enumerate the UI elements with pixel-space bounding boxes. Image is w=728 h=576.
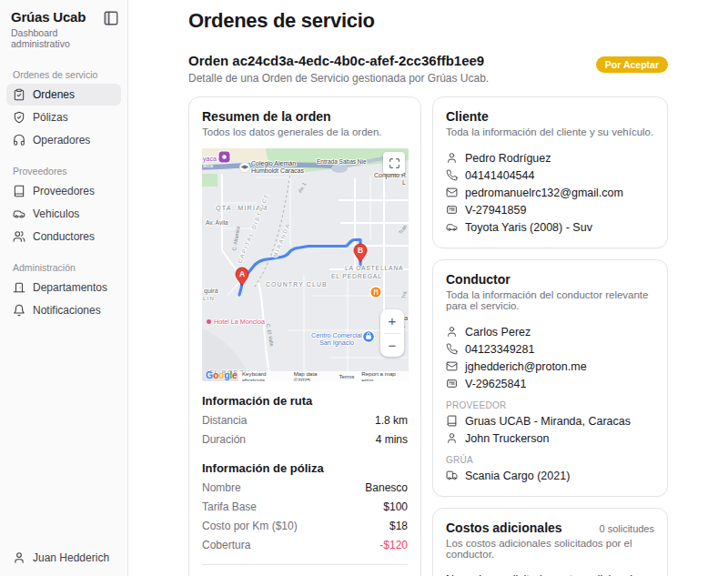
phone-icon	[446, 169, 458, 181]
sidebar-user[interactable]: Juan Hedderich	[0, 540, 127, 576]
order-header: Orden ac24cd3a-4edc-4b0c-afef-2cc36ffb1e…	[188, 53, 668, 85]
crane-vehicle: Scania Cargo (2021)	[465, 470, 570, 482]
sidebar-item-ordenes[interactable]: Ordenes	[6, 84, 121, 106]
map-label: Entrada Sabas Nie	[317, 158, 367, 165]
info-label: Nombre	[202, 481, 241, 494]
driver-id: V-29625841	[465, 378, 526, 390]
sidebar: Grúas Ucab Dashboard administrativo Orde…	[0, 0, 128, 576]
zoom-out-button[interactable]: −	[380, 334, 404, 358]
provider-contact-row: John Truckerson	[446, 429, 654, 447]
sidebar-item-polizas[interactable]: Pólizas	[6, 106, 121, 128]
provider-name: Gruas UCAB - Miranda, Caracas	[465, 415, 631, 428]
restaurant-marker-icon[interactable]	[370, 287, 381, 298]
policy-info-title: Información de póliza	[202, 461, 408, 475]
crane-row: Scania Cargo (2021)	[446, 467, 654, 484]
client-card-subtitle: Toda la información del cliente y su veh…	[446, 126, 654, 137]
map-zoom-control: + −	[380, 309, 404, 357]
attraction-marker-icon[interactable]	[218, 151, 230, 163]
info-value-negative: -$120	[379, 539, 408, 551]
map-label: Av. Ávila	[206, 219, 228, 226]
costs-card-title: Costos adicionales	[446, 520, 562, 535]
map-label: yaca	[203, 156, 217, 163]
zoom-in-button[interactable]: +	[380, 309, 404, 333]
user-icon	[446, 432, 458, 444]
sidebar-item-notificaciones[interactable]: Notificaciones	[6, 299, 121, 321]
sidebar-user-name: Juan Hedderich	[33, 551, 109, 564]
costs-card-subtitle: Los costos adicionales solicitados por e…	[446, 538, 654, 560]
sidebar-item-label: Operadores	[33, 134, 90, 147]
map-label: L	[366, 179, 406, 187]
sidebar-header: Grúas Ucab Dashboard administrativo	[0, 0, 127, 55]
door-icon	[13, 281, 25, 294]
map-label: San Ignacio	[308, 339, 365, 347]
sidebar-item-operadores[interactable]: Operadores	[6, 129, 121, 151]
map-label: COUNTRY CLUB	[266, 281, 328, 288]
sidebar-toggle-icon[interactable]	[103, 10, 119, 26]
driver-card: Conductor Toda la información del conduc…	[432, 259, 668, 497]
sidebar-group-label: Ordenes de servicio	[0, 62, 127, 83]
order-subtitle: Detalle de una Orden de Servicio gestion…	[188, 72, 489, 85]
fullscreen-button[interactable]	[383, 152, 405, 174]
sidebar-item-label: Notificaciones	[33, 304, 101, 317]
fullscreen-icon	[389, 157, 400, 169]
info-label: Tarifa Base	[202, 500, 257, 513]
status-badge: Por Aceptar	[596, 56, 668, 73]
client-id: V-27941859	[465, 204, 526, 217]
car-icon	[13, 207, 25, 220]
map-label: LIN	[203, 296, 215, 302]
sidebar-nav: Ordenes de servicio Ordenes Pólizas Oper…	[0, 55, 127, 322]
driver-card-title: Conductor	[446, 272, 654, 287]
client-card: Cliente Toda la información del cliente …	[432, 96, 668, 248]
driver-name: Carlos Perez	[465, 326, 531, 339]
mail-icon	[446, 360, 458, 372]
report-map-error-link[interactable]: Report a map error	[361, 370, 405, 382]
google-logo[interactable]: Google	[206, 369, 237, 380]
info-value: $18	[389, 520, 408, 532]
sidebar-item-label: Pólizas	[33, 111, 68, 124]
provider-contact: John Truckerson	[465, 432, 549, 445]
user-icon	[446, 152, 458, 164]
sidebar-item-label: Proveedores	[33, 185, 95, 197]
summary-card-title: Resumen de la orden	[202, 109, 408, 124]
info-value: Banesco	[365, 481, 408, 494]
page-title: Ordenes de servicio	[188, 9, 668, 33]
map-label: aica	[203, 163, 213, 169]
map-label: LA CASTELLANA	[345, 265, 403, 272]
route-map[interactable]: A B yaca aica Colegio Alemán H	[202, 148, 409, 381]
sidebar-item-vehiculos[interactable]: Vehiculos	[6, 203, 121, 225]
sidebar-item-label: Departamentos	[33, 281, 107, 294]
info-row: Distancia 1.8 km	[202, 410, 408, 429]
driver-id-row: V-29625841	[446, 375, 654, 392]
sidebar-item-conductores[interactable]: Conductores	[6, 226, 121, 248]
users-icon	[13, 230, 25, 243]
phone-icon	[446, 343, 458, 355]
sidebar-group-label: Administración	[0, 255, 127, 276]
map-label: quirá	[204, 288, 218, 295]
info-row: Nombre Banesco	[202, 478, 408, 497]
client-vehicle-row: Toyota Yaris (2008) - Suv	[446, 218, 654, 236]
info-label: Costo por Km ($10)	[202, 520, 298, 532]
client-card-title: Cliente	[446, 109, 654, 124]
mail-icon	[446, 187, 458, 198]
info-label: Cobertura	[202, 539, 250, 551]
costs-count: 0 solicitudes	[599, 523, 654, 534]
info-value: $100	[383, 500, 408, 513]
map-data-label: Map data ©2025	[294, 370, 332, 382]
keyboard-shortcuts-link[interactable]: Keyboard shortcuts	[242, 370, 287, 382]
info-label: Duración	[202, 433, 246, 446]
id-card-icon	[446, 204, 458, 216]
info-row: Costo por Km ($10) $18	[202, 516, 408, 535]
route-info-title: Información de ruta	[202, 394, 408, 408]
school-icon	[240, 163, 250, 173]
client-email-row: pedromanuelrc132@gmail.com	[446, 184, 654, 201]
client-name-row: Pedro Rodríguez	[446, 149, 654, 167]
provider-section-label: PROVEEDOR	[446, 400, 654, 410]
svg-text:A: A	[239, 269, 245, 278]
info-label: Distancia	[202, 414, 247, 427]
sidebar-item-label: Ordenes	[33, 88, 75, 101]
info-row: Duración 4 mins	[202, 429, 408, 449]
sidebar-item-proveedores[interactable]: Proveedores	[6, 180, 121, 202]
sidebar-item-departamentos[interactable]: Departamentos	[6, 277, 121, 298]
terms-link[interactable]: Terms	[339, 373, 354, 379]
crane-section-label: GRÚA	[446, 455, 654, 465]
